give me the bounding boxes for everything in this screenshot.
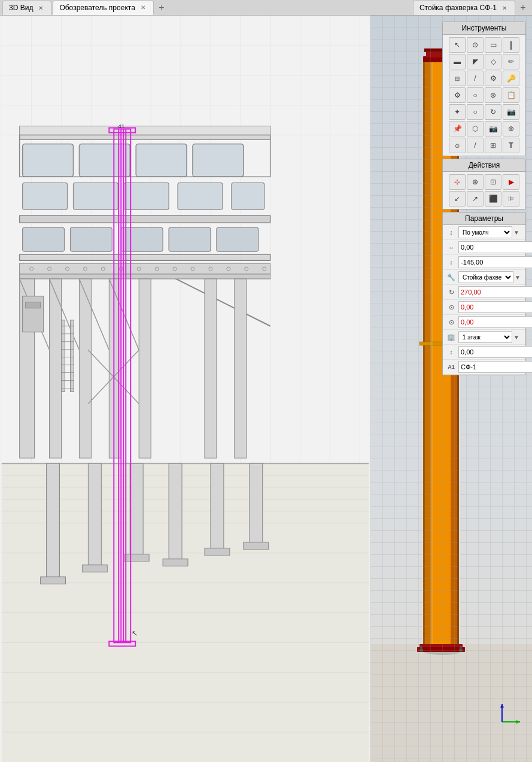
- action-move[interactable]: ⊹: [449, 174, 466, 190]
- tab-3d-close[interactable]: ✕: [37, 4, 45, 12]
- tool-key[interactable]: 🔑: [503, 71, 519, 86]
- tool-grid2[interactable]: ⊞: [485, 138, 501, 153]
- svg-rect-57: [79, 279, 91, 458]
- height-icon: ↕: [445, 346, 457, 358]
- action-scale[interactable]: ⊡: [485, 174, 501, 190]
- param-row-tilt-x: ⊙ °: [443, 300, 525, 315]
- tool-pin[interactable]: 📌: [449, 121, 466, 136]
- tool-orbit[interactable]: ⊙: [467, 37, 484, 53]
- svg-rect-27: [178, 183, 223, 210]
- svg-rect-32: [121, 227, 163, 251]
- svg-rect-20: [79, 144, 130, 177]
- tool-cog2[interactable]: ⚙: [449, 87, 466, 103]
- param-row-height: ↕ мм: [443, 345, 525, 360]
- rotation-input[interactable]: [458, 286, 532, 298]
- tools-grid: ↖ ⊙ ▭ | ▬ ◤ ◇ ✏ ⊟ / ⚙ 🔑 ⚙ ○ ⊛ 📋 ✦: [443, 35, 525, 156]
- tilt-x-input[interactable]: [458, 301, 532, 313]
- tab-column-close[interactable]: ✕: [500, 4, 509, 12]
- action-arrow[interactable]: ▶: [503, 174, 519, 190]
- svg-rect-30: [23, 227, 65, 251]
- svg-rect-97: [130, 463, 143, 559]
- tool-diamond[interactable]: ◇: [485, 54, 501, 69]
- action-mirror[interactable]: ⊫: [503, 191, 519, 207]
- mark-input[interactable]: [458, 361, 532, 373]
- svg-rect-105: [205, 548, 230, 555]
- tool-gear[interactable]: ⚙: [485, 71, 501, 86]
- action-rotate[interactable]: ⊕: [467, 174, 484, 190]
- tool-circle[interactable]: ○: [467, 87, 484, 103]
- tool-pencil[interactable]: ✏: [503, 54, 519, 69]
- tool-asterisk[interactable]: ⊛: [485, 87, 501, 103]
- tool-cam2[interactable]: 📷: [485, 121, 501, 136]
- params-panel-title: Параметры: [443, 212, 525, 225]
- offset-y-input[interactable]: [458, 256, 532, 268]
- svg-rect-61: [235, 279, 247, 458]
- svg-rect-68: [61, 320, 65, 392]
- tool-line-v[interactable]: |: [503, 37, 519, 53]
- offset-x-input[interactable]: [458, 241, 532, 253]
- svg-rect-101: [41, 577, 66, 584]
- tool-slash[interactable]: /: [467, 138, 484, 153]
- tab-project-label: Обозреватель проекта: [59, 4, 135, 12]
- tool-tri[interactable]: ◤: [467, 54, 484, 69]
- svg-rect-60: [205, 279, 217, 458]
- tool-rect-outline[interactable]: ▭: [485, 37, 501, 53]
- floor-select[interactable]: 1 этаж: [458, 331, 512, 343]
- tool-star[interactable]: ✦: [449, 104, 466, 120]
- sort-select[interactable]: По умолч: [458, 226, 512, 238]
- tool-line-45[interactable]: /: [467, 71, 484, 86]
- svg-rect-56: [50, 279, 62, 458]
- svg-rect-59: [139, 279, 151, 458]
- actions-panel: Действия ⊹ ⊕ ⊡ ▶ ↙ ↗ ⬛ ⊫: [442, 159, 526, 210]
- svg-rect-96: [88, 463, 101, 571]
- type-select[interactable]: Стойка фахве: [458, 271, 513, 283]
- svg-rect-102: [82, 565, 107, 572]
- floor-icon: 🏢: [445, 331, 457, 343]
- svg-rect-17: [20, 126, 270, 135]
- tool-cycle[interactable]: ↻: [485, 104, 501, 120]
- tab-column[interactable]: Стойка фахверка СФ-1 ✕: [413, 1, 515, 15]
- svg-rect-95: [47, 463, 60, 583]
- height-input[interactable]: [458, 346, 532, 358]
- sort-dropdown[interactable]: ▼: [513, 229, 523, 236]
- param-row-mark: A1: [443, 360, 525, 375]
- tool-select[interactable]: ↖: [449, 37, 466, 53]
- type-dropdown[interactable]: ▼: [515, 274, 523, 281]
- actions-panel-title: Действия: [443, 159, 525, 172]
- tab-project-close[interactable]: ✕: [139, 4, 147, 12]
- tilt-y-icon: ⊙: [445, 316, 457, 328]
- tool-clipboard[interactable]: 📋: [503, 87, 519, 103]
- offset-y-icon: ↕: [445, 256, 457, 268]
- tool-grid-small[interactable]: ⊟: [449, 71, 466, 86]
- tool-hex[interactable]: ⬡: [467, 121, 484, 136]
- svg-rect-106: [244, 542, 269, 550]
- floor-dropdown[interactable]: ▼: [513, 334, 523, 341]
- tab-3d-label: 3D Вид: [9, 4, 33, 12]
- tab-add-button[interactable]: +: [155, 1, 168, 14]
- tool-cam[interactable]: 📷: [503, 104, 519, 120]
- svg-rect-98: [169, 463, 182, 565]
- svg-rect-31: [70, 227, 112, 251]
- param-row-sort: ↕ По умолч ▼: [443, 225, 525, 240]
- svg-rect-66: [23, 296, 44, 332]
- svg-rect-28: [232, 183, 265, 210]
- svg-rect-24: [23, 183, 68, 210]
- tab-3d-view[interactable]: 3D Вид ✕: [2, 1, 51, 15]
- tab-column-add[interactable]: +: [516, 1, 530, 14]
- tab-column-label: Стойка фахверка СФ-1: [419, 4, 497, 12]
- action-corner[interactable]: ↙: [449, 191, 466, 207]
- action-snap[interactable]: ↗: [467, 191, 484, 207]
- svg-rect-35: [20, 254, 270, 260]
- action-fill[interactable]: ⬛: [485, 191, 501, 207]
- tool-fill-rect[interactable]: ▬: [449, 54, 466, 69]
- tool-bulb[interactable]: ○: [467, 104, 484, 120]
- tool-text[interactable]: T: [503, 138, 519, 153]
- mark-icon: A1: [445, 361, 457, 373]
- left-viewport[interactable]: ↖ 41: [0, 16, 370, 762]
- param-row-tilt-y: ⊙ °: [443, 315, 525, 330]
- tab-project-browser[interactable]: Обозреватель проекта ✕: [53, 1, 153, 15]
- tilt-y-input[interactable]: [458, 316, 532, 328]
- tool-io[interactable]: ⊙: [449, 138, 466, 153]
- svg-rect-21: [136, 144, 187, 177]
- tool-plus-circle[interactable]: ⊕: [503, 121, 519, 136]
